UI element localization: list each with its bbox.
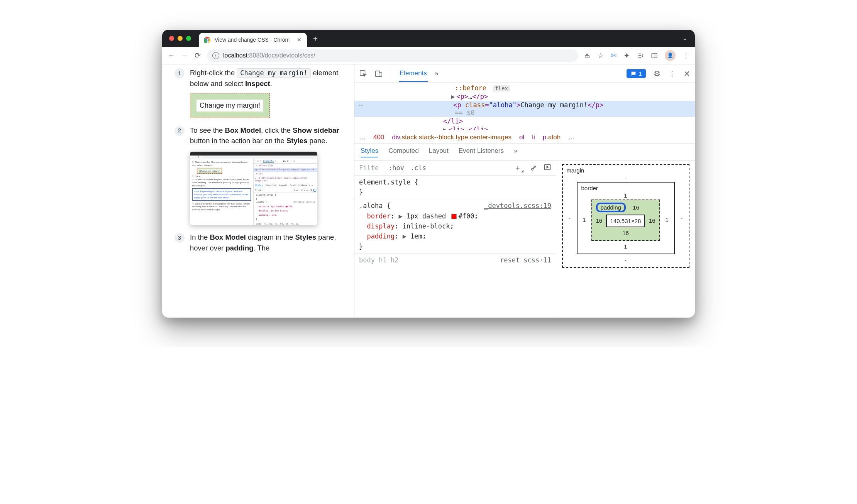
browser-tab[interactable]: View and change CSS - Chrom ✕ [199, 33, 307, 47]
styles-pane: Filte :hov .cls ＋◢ element.style { } [354, 161, 556, 318]
dom-breadcrumbs[interactable]: … 400 div.stack.stack--block.type.center… [354, 131, 695, 144]
padding-label-highlight: padding [596, 203, 626, 212]
inspect-icon[interactable] [359, 69, 368, 78]
hide-sidebar-icon[interactable] [544, 163, 551, 171]
share-icon[interactable] [584, 52, 591, 59]
subtab-event-listeners[interactable]: Event Listeners [459, 147, 504, 157]
tab-elements[interactable]: Elements [399, 66, 428, 82]
issues-chip[interactable]: 1 [627, 69, 646, 78]
menu-icon[interactable]: ⋮ [683, 51, 689, 60]
step-3: 3 In the Box Model diagram in the Styles… [174, 232, 347, 254]
tabs-menu-icon[interactable]: ⌄ [683, 35, 687, 41]
aloha-rule[interactable]: .aloha {_devtools.scss:19 border: ▶ 1px … [354, 199, 556, 254]
sidepanel-icon[interactable] [651, 52, 658, 59]
profile-avatar[interactable]: 👤 [665, 50, 676, 61]
svg-rect-4 [652, 53, 657, 58]
toolbar-actions: ☆ ✄ ✦ 👤 ⋮ [584, 50, 689, 61]
subtab-layout[interactable]: Layout [429, 147, 449, 157]
element-style-rule[interactable]: element.style { } [354, 176, 556, 200]
back-button[interactable]: ← [168, 51, 175, 60]
settings-icon[interactable]: ⚙ [654, 69, 661, 78]
kebab-menu-icon[interactable]: ⋮ [668, 69, 676, 78]
address-bar[interactable]: i localhost:8080/docs/devtools/css/ [207, 49, 578, 62]
url-host: localhost [223, 52, 247, 59]
color-swatch[interactable] [451, 214, 457, 219]
new-tab-button[interactable]: ＋ [312, 33, 319, 44]
forward-button[interactable]: → [181, 51, 188, 60]
styles-toolbar: Filte :hov .cls ＋◢ [354, 161, 556, 176]
step-number: 1 [174, 68, 185, 78]
source-link[interactable]: _devtools.scss:19 [484, 201, 551, 211]
svg-rect-7 [379, 73, 382, 76]
url-port: :8080 [247, 52, 263, 59]
close-tab-icon[interactable]: ✕ [297, 37, 301, 43]
subtab-computed[interactable]: Computed [388, 147, 418, 157]
selected-dom-node[interactable]: ⋯ <p class="aloha">Change my margin!</p>… [354, 101, 695, 117]
titlebar: View and change CSS - Chrom ✕ ＋ ⌄ [162, 30, 695, 47]
step-number: 2 [174, 126, 185, 136]
code-chip: Change my margin! [237, 68, 311, 78]
tab-title: View and change CSS - Chrom [215, 37, 290, 43]
more-subtabs-icon[interactable]: » [514, 147, 517, 157]
styles-subtabs: Styles Computed Layout Event Listeners » [354, 144, 695, 161]
hov-toggle[interactable]: :hov [388, 164, 404, 172]
content-area: 1 Right-click the Change my margin! elem… [162, 64, 695, 318]
dom-tree[interactable]: ::before flex ▶<p>…</p> ⋯ <p class="aloh… [354, 83, 695, 131]
step-number: 3 [174, 233, 185, 243]
site-info-icon[interactable]: i [212, 52, 219, 59]
step-1: 1 Right-click the Change my margin! elem… [174, 68, 347, 118]
minimize-window-button[interactable] [178, 36, 183, 41]
extensions-icon[interactable]: ✦ [623, 51, 630, 60]
device-toggle-icon[interactable] [374, 69, 383, 78]
expand-icon[interactable]: ▶ [451, 93, 455, 100]
styles-filter-input[interactable]: Filte [359, 164, 382, 172]
bookmark-icon[interactable]: ☆ [598, 51, 604, 60]
paintbrush-icon[interactable] [530, 163, 537, 171]
box-model-diagram[interactable]: margin - - border 1 1 padding [556, 161, 695, 318]
scissors-icon[interactable]: ✄ [611, 51, 616, 60]
url-path: /docs/devtools/css/ [263, 52, 315, 59]
devtools-panel: Elements » 1 ⚙ ⋮ ✕ ::before flex [354, 64, 695, 318]
webpage: 1 Right-click the Change my margin! elem… [162, 64, 354, 318]
close-window-button[interactable] [169, 36, 174, 41]
body-rule[interactable]: body h1 h2reset scss·11 [354, 254, 556, 267]
subtab-styles[interactable]: Styles [361, 147, 378, 157]
demo-element[interactable]: Change my margin! [190, 93, 270, 118]
more-tabs-icon[interactable]: » [435, 69, 439, 78]
box-model-content[interactable]: 140.531×28 [606, 215, 645, 227]
reload-button[interactable]: ⟳ [194, 51, 202, 60]
new-rule-icon[interactable]: ＋◢ [514, 163, 523, 173]
browser-window: View and change CSS - Chrom ✕ ＋ ⌄ ← → ⟳ … [162, 30, 695, 318]
gutter-dots-icon[interactable]: ⋯ [357, 101, 368, 109]
styles-panes: Filte :hov .cls ＋◢ element.style { } [354, 161, 695, 318]
toolbar: ← → ⟳ i localhost:8080/docs/devtools/css… [162, 47, 695, 64]
devtools-tabs: Elements » 1 ⚙ ⋮ ✕ [354, 64, 695, 83]
fullscreen-window-button[interactable] [186, 36, 191, 41]
flex-badge[interactable]: flex [493, 85, 510, 91]
step-2: 2 To see the Box Model, click the Show s… [174, 125, 347, 225]
thumbnail-image: ← → ⟳ 1 Right-click the Change my margin… [190, 152, 317, 225]
chrome-icon [204, 37, 211, 43]
traffic-lights [169, 36, 191, 41]
reading-list-icon[interactable] [637, 52, 644, 59]
svg-point-2 [207, 39, 208, 40]
cls-toggle[interactable]: .cls [410, 164, 426, 172]
close-devtools-icon[interactable]: ✕ [684, 69, 690, 78]
